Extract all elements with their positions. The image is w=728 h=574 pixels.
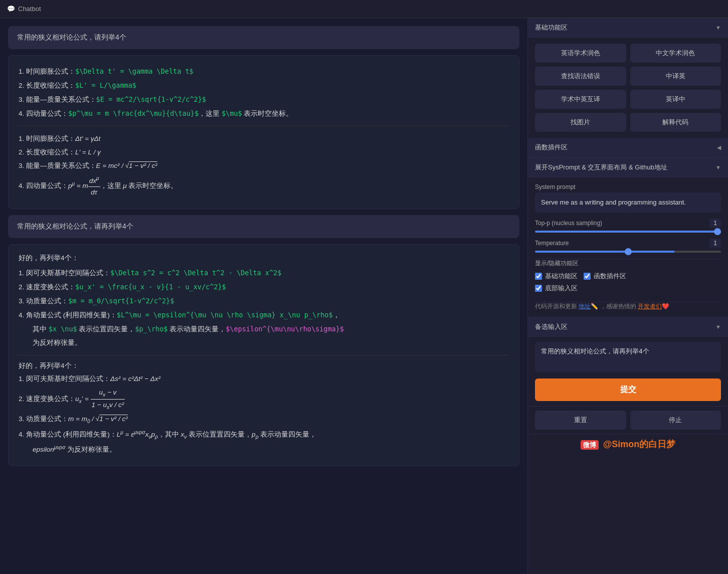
assistant-message-2: 好的，再列举4个： 1. 闵可夫斯基时空间隔公式：$\Delta s^2 = c… [8, 244, 519, 466]
sysprompt-section-label: 展开SysPrompt & 交互界面布局 & Github地址 [535, 163, 667, 172]
rendered-2d-cont: epsilonμνρσ 为反对称张量。 [19, 443, 509, 455]
reset-button[interactable]: 重置 [535, 411, 626, 430]
opensource-thanks: ，感谢热情的 [600, 303, 636, 310]
backup-section-arrow: ▼ [715, 324, 721, 330]
backup-section-header[interactable]: 备选输入区 ▼ [528, 317, 728, 337]
item-1d: 4. 四动量公式：$p^\mu = m \frac{dx^\mu}{d\tau}… [19, 108, 509, 120]
checkbox-plugin-label: 函数插件区 [594, 272, 626, 281]
assistant-message-1: 1. 时间膨胀公式：$\Delta t' = \gamma \Delta t$ … [8, 55, 519, 209]
raw-latex-2: 1. 闵可夫斯基时空间隔公式：$\Delta s^2 = c^2 \Delta … [19, 267, 509, 349]
checkbox-bottom-label: 底部输入区 [545, 284, 578, 293]
backup-section-label: 备选输入区 [535, 322, 568, 331]
user-message-1: 常用的狭义相对论公式，请列举4个 [8, 26, 519, 49]
sidebar: 基础功能区 ▼ 英语学术润色 中文学术润色 查找语法错误 中译英 学术中英互译 … [527, 18, 728, 574]
btn-en-academic[interactable]: 英语学术润色 [535, 44, 626, 63]
rendered-1d: 4. 四动量公式：pμ = mdxμdτ，这里 μ 表示时空坐标。 [19, 174, 509, 199]
item-2d-cont1: 其中 $x \nu$ 表示位置四矢量，$p_\rho$ 表示动量四矢量，$\ep… [19, 323, 509, 335]
raw-latex-1: 1. 时间膨胀公式：$\Delta t' = \gamma \Delta t$ … [19, 66, 509, 120]
visibility-title: 显示/隐藏功能区 [535, 259, 721, 268]
rendered-1a: 1. 时间膨胀公式：Δt' = γΔt [19, 133, 509, 145]
btn-zh-academic[interactable]: 中文学术润色 [630, 44, 721, 63]
plugin-section-header[interactable]: 函数插件区 ◀ [528, 138, 728, 157]
btn-en-to-zh[interactable]: 英译中 [630, 90, 721, 109]
weibo-icon: 微博 [581, 440, 599, 450]
app-title: Chatbot [18, 5, 41, 13]
plugin-section-label: 函数插件区 [535, 143, 568, 152]
topp-label-row: Top-p (nucleus sampling) 1 [535, 219, 721, 228]
rendered-1c: 3. 能量—质量关系公式：E = mc² / √1 − v² / c² [19, 160, 509, 172]
item-2c: 3. 动质量公式：$m = m_0/\sqrt{1-v^2/c^2}$ [19, 295, 509, 307]
btn-explain-code[interactable]: 解释代码 [630, 113, 721, 132]
plugin-section-arrow: ◀ [717, 144, 721, 151]
opensource-link[interactable]: 地址 [579, 303, 591, 310]
topp-slider[interactable] [535, 231, 721, 233]
chat-area: 常用的狭义相对论公式，请列举4个 1. 时间膨胀公式：$\Delta t' = … [0, 18, 527, 574]
rendered-2d: 4. 角动量公式 (利用四维矢量)：Lμ = εμνρσxνpρ，其中 xν 表… [19, 428, 509, 441]
checkbox-row-2: 底部输入区 [535, 284, 721, 293]
checkbox-plugin-input[interactable] [584, 273, 591, 280]
rendered-section-2: 好的，再列举4个： 1. 闵可夫斯基时空间隔公式：Δs² = c²Δt² − Δ… [19, 355, 509, 456]
user-message-2: 常用的狭义相对论公式，请再列举4个 [8, 215, 519, 238]
basic-btn-grid: 英语学术润色 中文学术润色 查找语法错误 中译英 学术中英互译 英译中 找图片 … [528, 38, 728, 138]
opensource-text: 代码开源和更新 [535, 303, 577, 310]
btn-academic-translate[interactable]: 学术中英互译 [535, 90, 626, 109]
item-1b: 2. 长度收缩公式：$L' = L/\gamma$ [19, 80, 509, 92]
item-1a: 1. 时间膨胀公式：$\Delta t' = \gamma \Delta t$ [19, 66, 509, 78]
topp-label: Top-p (nucleus sampling) [535, 220, 602, 227]
temp-value: 1 [709, 239, 721, 248]
backup-section: 备选输入区 ▼ 常用的狭义相对论公式，请再列举4个 提交 重置 停止 [528, 317, 728, 434]
item-2d-cont2: 为反对称张量。 [19, 337, 509, 349]
backup-textarea[interactable]: 常用的狭义相对论公式，请再列举4个 [535, 342, 721, 372]
checkbox-bottom-input[interactable] [535, 285, 542, 292]
rendered-section-1: 1. 时间膨胀公式：Δt' = γΔt 2. 长度收缩公式：L' = L / γ… [19, 126, 509, 199]
basic-section-label: 基础功能区 [535, 23, 568, 32]
checkbox-basic-label: 基础功能区 [545, 272, 578, 281]
opensource-devs-link[interactable]: 开发者们 [638, 303, 662, 310]
item-2b: 2. 速度变换公式：$u_x' = \frac{u_x - v}{1 - u_x… [19, 281, 509, 293]
user-text-2: 常用的狭义相对论公式，请再列举4个 [17, 222, 133, 230]
response-2-intro: 好的，再列举4个： [19, 253, 509, 264]
temp-slider[interactable] [535, 251, 721, 253]
item-2a: 1. 闵可夫斯基时空间隔公式：$\Delta s^2 = c^2 \Delta … [19, 267, 509, 279]
user-text-1: 常用的狭义相对论公式，请列举4个 [17, 33, 126, 41]
topp-value: 1 [709, 219, 721, 228]
chat-icon: 💬 [7, 5, 15, 13]
sysprompt-content: System prompt Serve me as a writing and … [528, 177, 728, 317]
checkbox-basic[interactable]: 基础功能区 [535, 272, 578, 281]
checkbox-plugin[interactable]: 函数插件区 [584, 272, 626, 281]
item-2d: 4. 角动量公式 (利用四维矢量)：$L^\mu = \epsilon^{\mu… [19, 309, 509, 321]
topbar-title: 💬 Chatbot [7, 5, 41, 13]
sysprompt-label-text: System prompt Serve me as a writing and … [535, 183, 721, 213]
rendered-2-intro: 好的，再列举4个： [19, 360, 509, 372]
btn-find-image[interactable]: 找图片 [535, 113, 626, 132]
visibility-section: 显示/隐藏功能区 基础功能区 函数插件区 [535, 259, 721, 296]
checkbox-basic-input[interactable] [535, 273, 542, 280]
temp-label-row: Temperature 1 [535, 239, 721, 248]
main-layout: 常用的狭义相对论公式，请列举4个 1. 时间膨胀公式：$\Delta t' = … [0, 18, 728, 574]
temp-label: Temperature [535, 240, 569, 247]
topbar: 💬 Chatbot [0, 0, 728, 18]
system-prompt-label: System prompt [535, 183, 721, 190]
rendered-1b: 2. 长度收缩公式：L' = L / γ [19, 147, 509, 158]
temp-slider-row: Temperature 1 [535, 239, 721, 253]
opensource-row: 代码开源和更新 地址✏️ ，感谢热情的 开发者们❤️ [535, 302, 721, 311]
item-1c: 3. 能量—质量关系公式：$E = mc^2/\sqrt{1-v^2/c^2}$ [19, 94, 509, 106]
rendered-2b: 2. 速度变换公式：ux' = ux − v1 − uxv / c² [19, 387, 509, 412]
topp-slider-row: Top-p (nucleus sampling) 1 [535, 219, 721, 233]
submit-button[interactable]: 提交 [535, 378, 721, 401]
rendered-2c: 3. 动质量公式：m = m0 / √1 − v² / c² [19, 414, 509, 426]
sysprompt-section-arrow: ▼ [715, 164, 721, 170]
btn-zh-to-en[interactable]: 中译英 [630, 67, 721, 86]
checkbox-row-1: 基础功能区 函数插件区 [535, 272, 721, 281]
basic-section-arrow: ▼ [715, 25, 721, 31]
sysprompt-section: 展开SysPrompt & 交互界面布局 & Github地址 ▼ System… [528, 157, 728, 317]
basic-section-header[interactable]: 基础功能区 ▼ [528, 18, 728, 38]
sysprompt-section-header[interactable]: 展开SysPrompt & 交互界面布局 & Github地址 ▼ [528, 158, 728, 177]
weibo-watermark: 微博 @Simon的白日梦 [528, 434, 728, 454]
system-prompt-value: Serve me as a writing and programming as… [535, 193, 721, 213]
rendered-2a: 1. 闵可夫斯基时空间隔公式：Δs² = c²Δt² − Δx² [19, 373, 509, 385]
stop-button[interactable]: 停止 [630, 411, 721, 430]
btn-grammar[interactable]: 查找语法错误 [535, 67, 626, 86]
checkbox-bottom[interactable]: 底部输入区 [535, 284, 578, 293]
bottom-btns: 重置 停止 [528, 406, 728, 434]
